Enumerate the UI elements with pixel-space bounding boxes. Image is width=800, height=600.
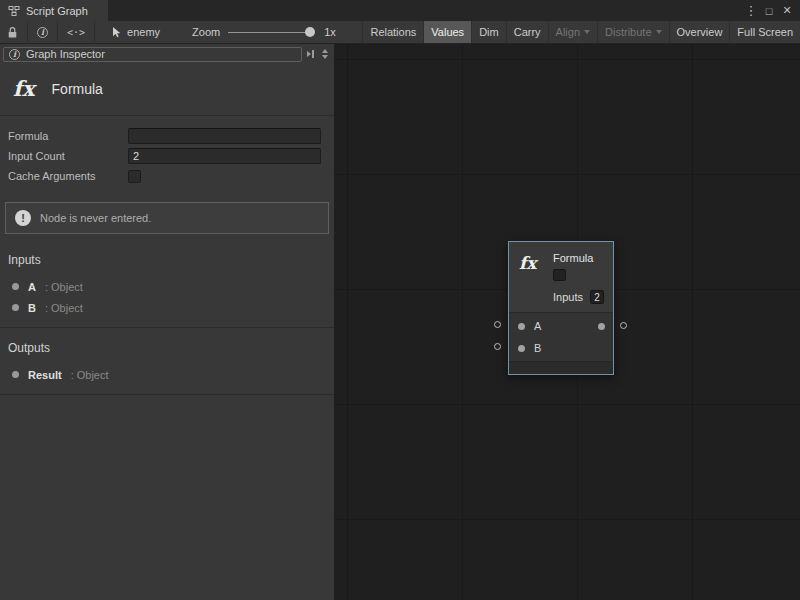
dim-button[interactable]: Dim bbox=[471, 21, 506, 43]
port-a-input-dot[interactable] bbox=[518, 323, 525, 330]
port-a-label: A bbox=[534, 320, 541, 332]
formula-node-title: Formula bbox=[553, 251, 605, 265]
full-screen-button[interactable]: Full Screen bbox=[729, 21, 800, 43]
fx-icon: fx bbox=[519, 253, 536, 273]
cache-arguments-checkbox[interactable] bbox=[128, 170, 141, 183]
values-button[interactable]: Values bbox=[423, 21, 471, 43]
tab-script-graph[interactable]: Script Graph bbox=[0, 0, 108, 21]
output-port-row-result: Result : Object bbox=[0, 364, 334, 385]
code-view-icon[interactable]: <·> bbox=[67, 27, 85, 38]
port-name: Result bbox=[28, 369, 62, 381]
node-input-count-field[interactable]: 2 bbox=[590, 290, 604, 304]
formula-field-row: Formula bbox=[8, 126, 321, 146]
cache-arguments-row: Cache Arguments bbox=[8, 166, 321, 186]
align-label: Align bbox=[556, 26, 580, 38]
toolbar-separator bbox=[27, 21, 28, 44]
fx-icon: fx bbox=[10, 76, 35, 101]
inspector-toggle-icon[interactable]: i bbox=[37, 27, 48, 38]
node-port-row-a: A bbox=[509, 315, 613, 337]
node-port-row-b: B bbox=[509, 337, 613, 359]
inspector-header: i Graph Inspector bbox=[0, 44, 334, 63]
node-inputs-label: Inputs bbox=[553, 291, 583, 303]
warning-icon: ! bbox=[15, 210, 31, 226]
node-inputs-row: Inputs 2 bbox=[553, 290, 605, 304]
inspector-header-dropdown[interactable]: i Graph Inspector bbox=[3, 47, 302, 62]
graph-canvas[interactable]: fx Formula Inputs 2 A B bbox=[335, 44, 800, 600]
port-b-label: B bbox=[534, 342, 541, 354]
toolbar-button-group: Relations Values Dim Carry Align Distrib… bbox=[362, 21, 800, 43]
result-output-dot[interactable] bbox=[598, 323, 605, 330]
carry-label: Carry bbox=[514, 26, 541, 38]
graph-inspector-panel: i Graph Inspector fx Formula Formula Inp… bbox=[0, 44, 335, 600]
header-scrubber[interactable] bbox=[319, 49, 332, 59]
input-count-label: Input Count bbox=[8, 150, 128, 162]
graph-breadcrumb[interactable]: enemy bbox=[127, 26, 160, 38]
unconnected-result-port-icon[interactable] bbox=[620, 322, 627, 329]
node-formula-input[interactable] bbox=[553, 269, 566, 281]
formula-node-header: fx Formula Inputs 2 bbox=[509, 242, 613, 312]
values-label: Values bbox=[431, 26, 464, 38]
window-controls: ⋮ □ ✕ bbox=[743, 0, 800, 21]
relations-label: Relations bbox=[370, 26, 416, 38]
warning-box: ! Node is never entered. bbox=[5, 202, 329, 234]
info-icon: i bbox=[9, 49, 20, 60]
carry-button[interactable]: Carry bbox=[506, 21, 548, 43]
inspected-node-header: fx Formula bbox=[0, 63, 334, 116]
unconnected-port-a-icon[interactable] bbox=[494, 321, 501, 328]
port-type: : Object bbox=[45, 281, 83, 293]
zoom-value: 1x bbox=[324, 26, 336, 38]
cache-arguments-label: Cache Arguments bbox=[8, 170, 128, 182]
input-port-row-a: A : Object bbox=[0, 276, 334, 297]
input-count-field-row: Input Count bbox=[8, 146, 321, 166]
distribute-dropdown[interactable]: Distribute bbox=[597, 21, 668, 43]
zoom-label: Zoom bbox=[192, 26, 220, 38]
dim-label: Dim bbox=[479, 26, 499, 38]
port-b-input-dot[interactable] bbox=[518, 345, 525, 352]
tab-bar: Script Graph ⋮ □ ✕ bbox=[0, 0, 800, 21]
scroll-up-icon[interactable] bbox=[322, 49, 328, 53]
distribute-label: Distribute bbox=[605, 26, 651, 38]
window-menu-icon[interactable]: ⋮ bbox=[743, 3, 759, 18]
script-graph-window: Script Graph ⋮ □ ✕ i <·> enemy Zoom bbox=[0, 0, 800, 600]
chevron-down-icon bbox=[584, 30, 590, 34]
node-footer bbox=[509, 361, 613, 374]
port-dot-icon bbox=[12, 371, 19, 378]
port-name: A bbox=[28, 281, 36, 293]
node-ports-section: A B bbox=[509, 313, 613, 361]
outputs-section-header: Outputs bbox=[0, 328, 334, 364]
warning-text: Node is never entered. bbox=[40, 212, 151, 224]
input-count-input[interactable] bbox=[128, 148, 321, 164]
close-icon[interactable]: ✕ bbox=[779, 4, 795, 17]
input-port-row-b: B : Object bbox=[0, 297, 334, 318]
tab-title: Script Graph bbox=[26, 5, 88, 17]
graph-pointer-icon bbox=[110, 26, 122, 38]
script-graph-icon bbox=[8, 5, 20, 17]
lock-icon[interactable] bbox=[7, 26, 18, 39]
port-type: : Object bbox=[71, 369, 109, 381]
toolbar-separator bbox=[94, 21, 95, 44]
relations-button[interactable]: Relations bbox=[362, 21, 423, 43]
zoom-slider[interactable] bbox=[228, 32, 314, 33]
maximize-icon[interactable]: □ bbox=[761, 5, 777, 17]
port-dot-icon bbox=[12, 304, 19, 311]
inputs-section-header: Inputs bbox=[0, 240, 334, 276]
align-dropdown[interactable]: Align bbox=[548, 21, 597, 43]
divider bbox=[0, 394, 334, 395]
overview-button[interactable]: Overview bbox=[669, 21, 730, 43]
formula-input[interactable] bbox=[128, 128, 321, 144]
formula-field-label: Formula bbox=[8, 130, 128, 142]
inspector-fields: Formula Input Count Cache Arguments bbox=[0, 116, 334, 194]
port-type: : Object bbox=[45, 302, 83, 314]
port-name: B bbox=[28, 302, 36, 314]
overview-label: Overview bbox=[677, 26, 723, 38]
inspected-node-title: Formula bbox=[52, 81, 103, 97]
zoom-slider-knob[interactable] bbox=[305, 27, 315, 37]
popout-icon[interactable] bbox=[305, 50, 316, 58]
unconnected-port-b-icon[interactable] bbox=[494, 343, 501, 350]
port-dot-icon bbox=[12, 283, 19, 290]
chevron-down-icon bbox=[656, 30, 662, 34]
toolbar-separator bbox=[57, 21, 58, 44]
graph-toolbar: i <·> enemy Zoom 1x Relations Values Dim bbox=[0, 21, 800, 44]
scroll-down-icon[interactable] bbox=[322, 55, 328, 59]
formula-node[interactable]: fx Formula Inputs 2 A B bbox=[508, 241, 614, 375]
